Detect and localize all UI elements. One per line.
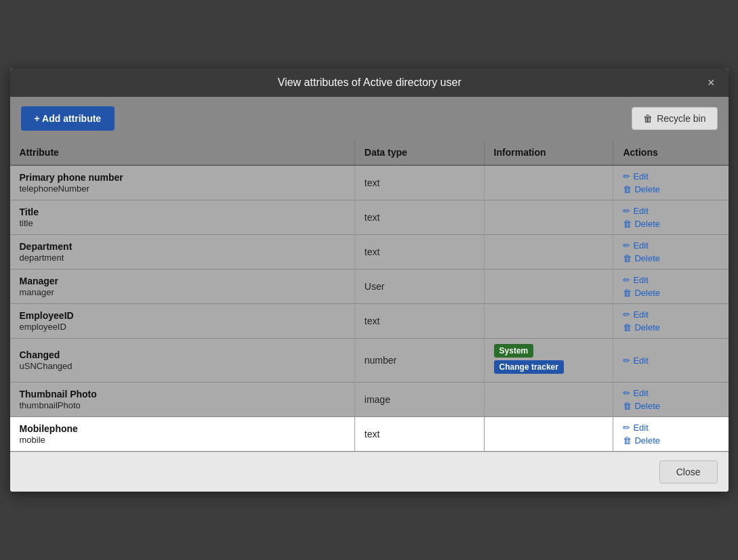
attribute-key: thumbnailPhoto: [20, 400, 81, 410]
information-cell: SystemChange tracker: [484, 339, 613, 383]
information-cell: [484, 417, 613, 452]
datatype-cell: number: [354, 339, 484, 383]
delete-button-manager[interactable]: 🗑 Delete: [623, 288, 718, 298]
trash-icon: 🗑: [623, 288, 632, 298]
attribute-cell: Titletitle: [10, 200, 355, 235]
table-row: ManagermanagerUser✏ Edit🗑 Delete: [10, 270, 729, 304]
trash-icon: 🗑: [623, 184, 632, 194]
table-container[interactable]: Attribute Data type Information Actions …: [10, 140, 729, 452]
information-cell: [484, 200, 613, 235]
trash-icon: 🗑: [623, 219, 632, 229]
pencil-icon: ✏: [623, 356, 630, 366]
edit-button-changed[interactable]: ✏ Edit: [623, 356, 718, 366]
edit-button-mobilephone[interactable]: ✏ Edit: [623, 423, 718, 433]
edit-button-thumbnail-photo[interactable]: ✏ Edit: [623, 388, 718, 398]
edit-button-employeeid[interactable]: ✏ Edit: [623, 309, 718, 320]
delete-button-thumbnail-photo[interactable]: 🗑 Delete: [623, 401, 718, 411]
recycle-bin-button[interactable]: 🗑 Recycle bin: [632, 107, 717, 130]
delete-button-mobilephone[interactable]: 🗑 Delete: [623, 435, 718, 446]
attribute-key: manager: [20, 287, 54, 297]
attribute-name: EmployeeID: [20, 310, 345, 321]
trash-icon: 🗑: [623, 322, 632, 332]
datatype-cell: text: [354, 417, 484, 452]
datatype-cell: text: [354, 304, 484, 339]
modal-dialog: View attributes of Active directory user…: [10, 68, 729, 492]
edit-button-department[interactable]: ✏ Edit: [623, 240, 718, 251]
table-header-row: Attribute Data type Information Actions: [10, 140, 729, 165]
col-header-datatype: Data type: [354, 140, 484, 165]
close-button[interactable]: Close: [659, 460, 718, 483]
edit-button-manager[interactable]: ✏ Edit: [623, 275, 718, 285]
actions-cell: ✏ Edit🗑 Delete: [613, 417, 729, 452]
attribute-cell: Primary phone numbertelephoneNumber: [10, 165, 355, 200]
attribute-cell: Managermanager: [10, 270, 355, 304]
attribute-cell: Departmentdepartment: [10, 235, 355, 270]
table-row: Mobilephonemobiletext✏ Edit🗑 Delete: [10, 417, 729, 452]
datatype-cell: image: [354, 383, 484, 417]
modal-close-button[interactable]: ×: [705, 77, 718, 89]
badge-system: System: [494, 344, 534, 358]
trash-icon: 🗑: [623, 401, 632, 411]
modal-title: View attributes of Active directory user: [35, 77, 705, 89]
modal-toolbar: + Add attribute 🗑 Recycle bin: [10, 97, 729, 140]
pencil-icon: ✏: [623, 171, 630, 181]
attribute-name: Changed: [20, 349, 345, 360]
modal-footer: Close: [10, 452, 729, 492]
actions-cell: ✏ Edit🗑 Delete: [613, 270, 729, 304]
actions-cell: ✏ Edit🗑 Delete: [613, 383, 729, 417]
delete-button-employeeid[interactable]: 🗑 Delete: [623, 322, 718, 332]
col-header-attribute: Attribute: [10, 140, 355, 165]
actions-cell: ✏ Edit: [613, 339, 729, 383]
attribute-name: Manager: [20, 276, 345, 286]
delete-button-primary-phone[interactable]: 🗑 Delete: [623, 184, 718, 194]
attributes-table: Attribute Data type Information Actions …: [10, 140, 729, 452]
pencil-icon: ✏: [623, 240, 630, 251]
modal-body: Attribute Data type Information Actions …: [10, 140, 729, 452]
attribute-key: mobile: [20, 435, 45, 445]
table-row: Thumbnail PhotothumbnailPhotoimage✏ Edit…: [10, 383, 729, 417]
badge-tracker: Change tracker: [494, 360, 564, 374]
trash-icon: 🗑: [623, 253, 632, 263]
col-header-actions: Actions: [613, 140, 729, 165]
attribute-name: Title: [20, 207, 345, 217]
attribute-name: Department: [20, 241, 345, 252]
edit-button-title[interactable]: ✏ Edit: [623, 206, 718, 216]
attribute-key: title: [20, 218, 33, 228]
attribute-cell: Thumbnail PhotothumbnailPhoto: [10, 383, 355, 417]
pencil-icon: ✏: [623, 309, 630, 320]
datatype-cell: User: [354, 270, 484, 304]
information-cell: [484, 165, 613, 200]
attribute-key: employeeID: [20, 322, 66, 332]
edit-button-primary-phone[interactable]: ✏ Edit: [623, 171, 718, 181]
information-cell: [484, 270, 613, 304]
table-row: Titletitletext✏ Edit🗑 Delete: [10, 200, 729, 235]
actions-cell: ✏ Edit🗑 Delete: [613, 235, 729, 270]
attribute-name: Primary phone number: [20, 172, 345, 183]
information-cell: [484, 383, 613, 417]
attribute-cell: Mobilephonemobile: [10, 417, 355, 452]
attribute-name: Mobilephone: [20, 423, 345, 434]
attribute-key: telephoneNumber: [20, 184, 89, 194]
attribute-key: uSNChanged: [20, 361, 73, 371]
delete-button-title[interactable]: 🗑 Delete: [623, 219, 718, 229]
actions-cell: ✏ Edit🗑 Delete: [613, 200, 729, 235]
attribute-key: department: [20, 253, 64, 263]
recycle-bin-label: Recycle bin: [657, 113, 705, 124]
recycle-icon: 🗑: [643, 113, 653, 124]
actions-cell: ✏ Edit🗑 Delete: [613, 165, 729, 200]
table-row: Departmentdepartmenttext✏ Edit🗑 Delete: [10, 235, 729, 270]
attribute-name: Thumbnail Photo: [20, 389, 345, 400]
table-row: Primary phone numbertelephoneNumbertext✏…: [10, 165, 729, 200]
col-header-information: Information: [484, 140, 613, 165]
datatype-cell: text: [354, 200, 484, 235]
attribute-cell: ChangeduSNChanged: [10, 339, 355, 383]
add-attribute-button[interactable]: + Add attribute: [21, 106, 115, 131]
delete-button-department[interactable]: 🗑 Delete: [623, 253, 718, 263]
table-row: EmployeeIDemployeeIDtext✏ Edit🗑 Delete: [10, 304, 729, 339]
pencil-icon: ✏: [623, 423, 630, 433]
actions-cell: ✏ Edit🗑 Delete: [613, 304, 729, 339]
trash-icon: 🗑: [623, 435, 632, 446]
modal-header: View attributes of Active directory user…: [10, 68, 729, 97]
pencil-icon: ✏: [623, 275, 630, 285]
attribute-cell: EmployeeIDemployeeID: [10, 304, 355, 339]
